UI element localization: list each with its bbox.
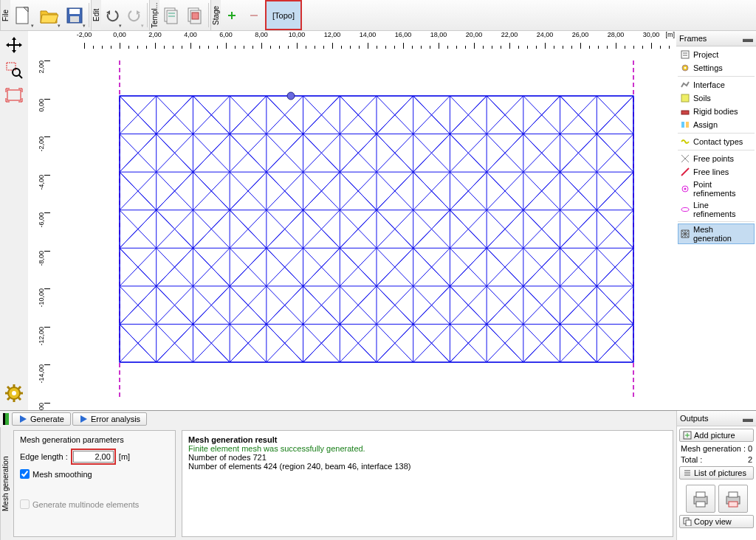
svg-line-231 (303, 172, 322, 191)
svg-line-66 (120, 96, 138, 115)
svg-line-426 (193, 286, 211, 305)
frames-item[interactable]: Line refinements (678, 199, 755, 220)
svg-marker-3 (41, 15, 58, 23)
multinode-checkbox[interactable]: Generate multinode elements (20, 499, 169, 509)
frames-item[interactable]: Assign (678, 118, 755, 131)
error-analysis-button[interactable]: Error analysis (72, 412, 147, 426)
svg-line-211 (157, 172, 175, 191)
zoom-select-tool[interactable] (3, 59, 25, 81)
copy-view-button[interactable]: Copy view (679, 515, 754, 528)
canvas[interactable]: -2,000,002,004,006,008,0010,0012,0014,00… (28, 31, 676, 410)
collapse-outputs-icon[interactable]: ▬ (743, 412, 753, 424)
template2-button[interactable] (183, 0, 207, 30)
svg-rect-581 (696, 502, 705, 507)
svg-line-532 (468, 324, 487, 343)
frames-item[interactable]: Mesh generation (678, 224, 755, 244)
svg-line-337 (578, 210, 597, 229)
list-pictures-button[interactable]: List of pictures (679, 466, 754, 480)
collapse-frames-icon[interactable]: ▬ (743, 32, 753, 44)
redo-button[interactable]: ▾ (123, 0, 145, 30)
print-button[interactable] (686, 485, 715, 513)
svg-line-271 (597, 172, 615, 191)
svg-line-441 (303, 286, 322, 305)
svg-rect-6 (70, 16, 79, 22)
svg-line-244 (395, 191, 413, 210)
svg-line-163 (303, 153, 322, 172)
svg-line-266 (560, 172, 579, 191)
frames-item[interactable]: Contact types (678, 135, 755, 148)
frames-item[interactable]: Interface (678, 78, 755, 91)
edge-length-input[interactable] (73, 451, 114, 463)
svg-line-151 (230, 134, 248, 153)
frames-item[interactable]: Point refinements (678, 179, 755, 199)
svg-line-409 (578, 267, 597, 286)
undo-button[interactable]: ▾ (101, 0, 123, 30)
svg-line-153 (230, 153, 248, 172)
pan-tool[interactable] (3, 34, 25, 56)
new-file-button[interactable]: ▾ (10, 0, 35, 30)
svg-line-567 (681, 168, 689, 176)
svg-line-483 (597, 305, 615, 325)
svg-line-134 (615, 115, 633, 134)
svg-line-193 (523, 153, 542, 172)
svg-point-570 (681, 208, 689, 212)
svg-line-234 (321, 191, 340, 210)
file-group-label: File (0, 0, 10, 30)
pref-icon (680, 184, 690, 194)
svg-line-161 (303, 134, 322, 153)
svg-line-259 (505, 191, 523, 210)
add-stage-button[interactable] (221, 0, 243, 30)
svg-line-542 (542, 324, 560, 343)
svg-line-94 (321, 115, 340, 134)
save-button[interactable]: ▾ (62, 0, 87, 30)
svg-line-376 (340, 248, 358, 267)
list-icon (680, 49, 690, 60)
svg-line-457 (432, 286, 450, 305)
svg-line-321 (450, 210, 468, 229)
topo-button[interactable]: [Topo] (265, 0, 302, 30)
svg-line-374 (321, 267, 340, 286)
svg-line-216 (193, 172, 211, 191)
svg-line-268 (560, 191, 579, 210)
svg-line-82 (248, 96, 267, 115)
svg-line-527 (432, 324, 450, 343)
fit-view-tool[interactable] (3, 84, 25, 106)
svg-line-127 (578, 96, 597, 115)
svg-line-462 (468, 286, 487, 305)
svg-line-424 (175, 305, 193, 325)
settings-tool[interactable] (3, 382, 25, 404)
templ-group-label: Templ... (149, 0, 159, 30)
svg-line-139 (138, 153, 157, 172)
open-file-button[interactable]: ▾ (35, 0, 62, 30)
frames-item[interactable]: Settings (678, 61, 755, 75)
svg-line-323 (450, 229, 468, 249)
svg-line-99 (358, 115, 377, 134)
svg-line-158 (267, 153, 285, 172)
template1-button[interactable] (159, 0, 183, 30)
svg-line-317 (432, 210, 450, 229)
svg-line-368 (267, 267, 285, 286)
svg-line-523 (377, 343, 395, 362)
generate-button[interactable]: Generate (12, 412, 71, 426)
smoothing-checkbox[interactable]: Mesh smoothing (20, 469, 169, 479)
svg-line-97 (358, 96, 377, 115)
frames-item[interactable]: Free lines (678, 165, 755, 179)
add-picture-button[interactable]: Add picture (679, 429, 754, 442)
remove-stage-button[interactable] (243, 0, 265, 30)
svg-line-503 (230, 343, 248, 362)
svg-line-554 (615, 343, 633, 362)
svg-line-302 (321, 210, 340, 229)
frames-item[interactable]: Rigid bodies (678, 105, 755, 118)
svg-line-246 (413, 172, 432, 191)
svg-line-371 (303, 248, 322, 267)
svg-line-506 (267, 324, 285, 343)
print-color-button[interactable] (718, 485, 748, 513)
frames-item[interactable]: Free points (678, 152, 755, 165)
svg-line-379 (358, 267, 377, 286)
svg-line-362 (248, 248, 267, 267)
svg-line-212 (175, 172, 193, 191)
svg-line-443 (303, 305, 322, 325)
new-file-icon (14, 5, 32, 26)
frames-item[interactable]: Project (678, 48, 755, 61)
frames-item[interactable]: Soils (678, 91, 755, 105)
